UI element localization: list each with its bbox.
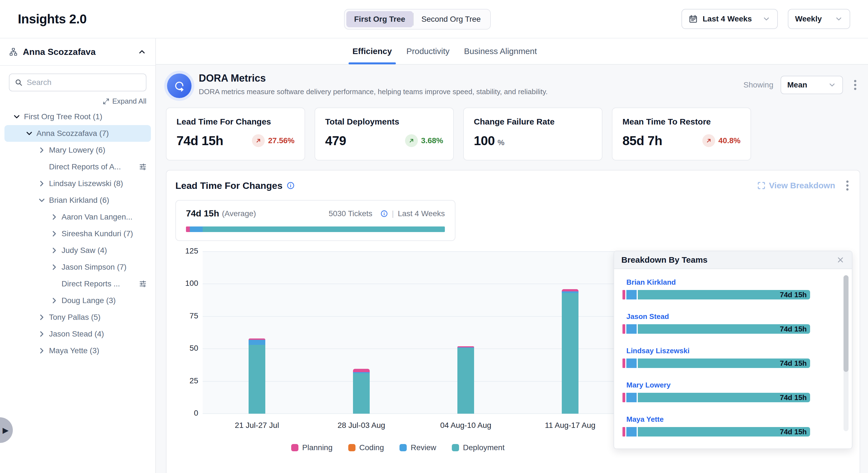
tree-item[interactable]: Jason Simpson (7) bbox=[4, 259, 151, 275]
tree-item[interactable]: Doug Lange (3) bbox=[4, 292, 151, 309]
tree-item[interactable]: Maya Yette (3) bbox=[4, 342, 151, 359]
chevron-right-icon[interactable] bbox=[37, 346, 46, 355]
chevron-right-icon[interactable] bbox=[50, 229, 59, 238]
chevron-right-icon[interactable] bbox=[50, 263, 59, 272]
info-icon[interactable] bbox=[286, 181, 295, 190]
breakdown-by-teams-panel: Breakdown By Teams Brian Kirkland74d 15h… bbox=[614, 251, 852, 449]
gridline bbox=[203, 316, 620, 317]
team-stacked-bar[interactable]: 74d 15h bbox=[622, 358, 811, 368]
metric-card[interactable]: Change Failure Rate100% bbox=[463, 108, 602, 160]
toggle-second-org-tree[interactable]: Second Org Tree bbox=[414, 11, 489, 27]
legend-label: Planning bbox=[302, 443, 333, 452]
team-bar-segment-review bbox=[626, 324, 637, 334]
dora-menu-button[interactable] bbox=[850, 78, 860, 92]
team-name-link[interactable]: Lindsay Liszewski bbox=[626, 347, 834, 355]
chevron-right-icon[interactable] bbox=[50, 212, 59, 221]
metric-card-value: 100 bbox=[474, 134, 495, 148]
gridline bbox=[203, 349, 620, 349]
metric-card[interactable]: Total Deployments4793.68% bbox=[315, 108, 454, 160]
tree-item[interactable]: Direct Reports ... bbox=[4, 275, 151, 292]
tree-item[interactable]: Judy Saw (4) bbox=[4, 242, 151, 259]
chevron-right-icon[interactable] bbox=[37, 146, 46, 155]
chevron-down-icon[interactable] bbox=[37, 196, 46, 205]
tree-item[interactable]: Brian Kirkland (6) bbox=[4, 192, 151, 209]
team-name-link[interactable]: Jason Stead bbox=[626, 312, 834, 321]
search-icon bbox=[14, 78, 23, 87]
team-value: 74d 15h bbox=[780, 324, 807, 334]
team-bar-segment-review bbox=[626, 427, 637, 437]
chevron-spacer bbox=[37, 162, 46, 171]
team-item: Lindsay Liszewski74d 15h bbox=[622, 347, 834, 368]
chevron-right-icon[interactable] bbox=[50, 296, 59, 305]
stacked-bar[interactable] bbox=[353, 369, 370, 414]
tree-item-label: Judy Saw (4) bbox=[62, 246, 107, 255]
tree-item[interactable]: Anna Scozzafava (7) bbox=[4, 125, 151, 142]
info-icon[interactable] bbox=[380, 210, 388, 217]
tree-item[interactable]: First Org Tree Root (1) bbox=[4, 108, 151, 125]
legend-item[interactable]: Coding bbox=[348, 443, 384, 452]
toggle-first-org-tree[interactable]: First Org Tree bbox=[346, 11, 413, 27]
aggregation-value: Mean bbox=[787, 81, 807, 89]
summary-value: 74d 15h bbox=[186, 208, 219, 219]
date-range-select[interactable]: Last 4 Weeks bbox=[681, 9, 778, 29]
team-stacked-bar[interactable]: 74d 15h bbox=[622, 393, 811, 402]
search-input[interactable] bbox=[27, 78, 141, 87]
tree-item-label: Tony Pallas (5) bbox=[49, 313, 100, 322]
chevron-right-icon[interactable] bbox=[37, 329, 46, 338]
summary-qualifier: (Average) bbox=[222, 209, 256, 218]
y-tick-label: 0 bbox=[194, 409, 198, 418]
expand-all-button[interactable]: Expand All bbox=[9, 97, 147, 106]
team-bar-segment-review bbox=[626, 358, 637, 368]
tree-item[interactable]: Tony Pallas (5) bbox=[4, 309, 151, 326]
metric-card[interactable]: Mean Time To Restore85d 7h40.8% bbox=[612, 108, 751, 160]
tree-item[interactable]: Mary Lowery (6) bbox=[4, 142, 151, 158]
tab-productivity[interactable]: Productivity bbox=[406, 38, 450, 64]
team-stacked-bar[interactable]: 74d 15h bbox=[622, 290, 811, 299]
dora-metrics-subtitle: DORA metrics measure software delivery p… bbox=[199, 87, 548, 96]
metric-card-value: 85d 7h bbox=[622, 134, 662, 148]
metric-card[interactable]: Lead Time For Changes74d 15h27.56% bbox=[166, 108, 305, 160]
lead-time-menu-button[interactable] bbox=[842, 178, 852, 193]
granularity-select[interactable]: Weekly bbox=[788, 9, 850, 29]
y-tick-label: 75 bbox=[190, 312, 198, 320]
legend-item[interactable]: Review bbox=[400, 443, 436, 452]
metric-card-delta: 40.8% bbox=[718, 136, 741, 145]
team-stacked-bar[interactable]: 74d 15h bbox=[622, 324, 811, 334]
legend-item[interactable]: Planning bbox=[291, 443, 333, 452]
chevron-right-icon[interactable] bbox=[37, 179, 46, 188]
metric-card-value: 74d 15h bbox=[177, 134, 223, 148]
lead-time-panel-title: Lead Time For Changes bbox=[175, 180, 283, 191]
chevron-right-icon[interactable] bbox=[37, 313, 46, 322]
tab-efficiency[interactable]: Efficiency bbox=[352, 38, 392, 64]
team-name-link[interactable]: Brian Kirkland bbox=[626, 278, 834, 287]
team-stacked-bar[interactable]: 74d 15h bbox=[622, 427, 811, 437]
stacked-bar[interactable] bbox=[562, 289, 579, 414]
stacked-bar[interactable] bbox=[249, 338, 265, 414]
divider: | bbox=[392, 209, 394, 218]
tree-item[interactable]: Sireesha Kunduri (7) bbox=[4, 225, 151, 242]
sidebar-user-header[interactable]: Anna Scozzafava bbox=[0, 38, 155, 66]
tree-item[interactable]: Aaron Van Langen... bbox=[4, 209, 151, 225]
tree-item[interactable]: Jason Stead (4) bbox=[4, 326, 151, 342]
team-name-link[interactable]: Mary Lowery bbox=[626, 381, 834, 389]
chevron-right-icon[interactable] bbox=[50, 246, 59, 255]
aggregation-select[interactable]: Mean bbox=[781, 76, 843, 94]
legend-item[interactable]: Deployment bbox=[452, 443, 504, 452]
tree-item[interactable]: Lindsay Liszewski (8) bbox=[4, 175, 151, 192]
filter-sliders-icon[interactable] bbox=[138, 280, 147, 288]
close-icon[interactable] bbox=[836, 256, 845, 264]
chevron-down-icon[interactable] bbox=[12, 112, 21, 121]
dora-metrics-icon bbox=[167, 73, 191, 98]
tree-item[interactable]: Direct Reports of A... bbox=[4, 158, 151, 175]
stacked-bar[interactable] bbox=[457, 346, 474, 414]
chart-plot-area bbox=[203, 252, 620, 414]
chevron-up-icon[interactable] bbox=[137, 47, 147, 56]
team-name-link[interactable]: Maya Yette bbox=[626, 415, 834, 424]
filter-sliders-icon[interactable] bbox=[138, 163, 147, 171]
breakdown-scrollbar[interactable] bbox=[843, 275, 848, 431]
view-breakdown-button[interactable]: View Breakdown bbox=[757, 181, 835, 190]
team-bar-segment-planning bbox=[622, 324, 625, 334]
chevron-down-icon[interactable] bbox=[25, 129, 34, 138]
tab-business-alignment[interactable]: Business Alignment bbox=[464, 38, 537, 64]
y-tick-label: 100 bbox=[185, 279, 198, 288]
